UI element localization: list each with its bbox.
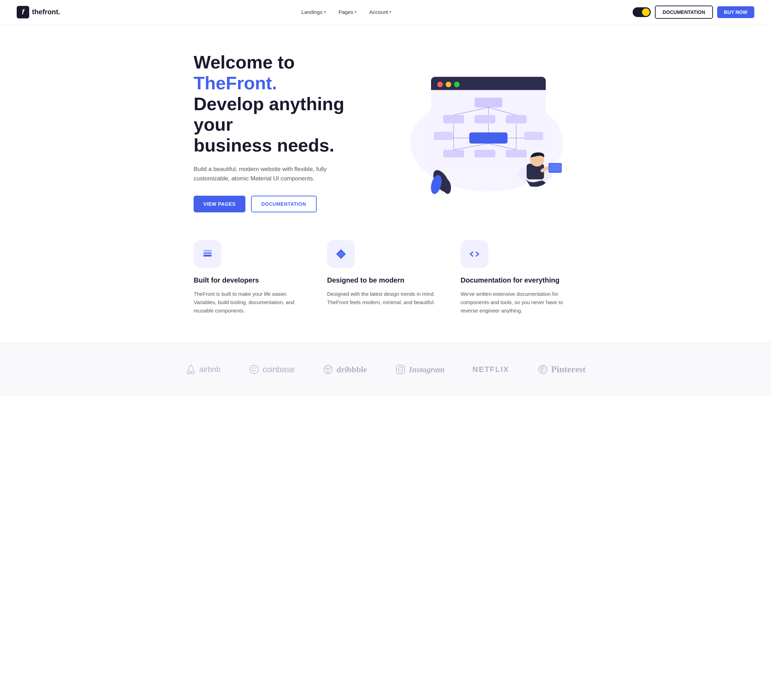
layers-icon [201,248,214,260]
nav-link-account[interactable]: Account ▾ [364,6,396,18]
svg-rect-39 [203,252,212,254]
dribbble-logo-text: dribbble [337,365,367,374]
feature-icon-wrap-developers [194,240,221,268]
pinterest-logo-text: Pinterest [551,364,586,375]
svg-rect-45 [396,365,405,374]
logo-text: thefront. [32,8,60,16]
svg-point-4 [437,82,443,87]
netflix-logo-text: NETFLIX [472,365,509,374]
svg-rect-9 [475,97,502,107]
hero-documentation-button[interactable]: DOCUMENTATION [251,196,317,212]
logo-netflix: NETFLIX [472,365,509,374]
airbnb-logo-icon [185,364,197,375]
logo-coinbase: coinbase [249,364,294,375]
code-icon [468,248,481,260]
logos-section: airbnb coinbase dribbble I [0,343,771,396]
dribbble-logo-icon [322,364,334,375]
hero-title: Welcome to TheFront. Develop anything yo… [194,52,375,156]
logo-icon: f [17,6,29,18]
logo-pinterest: Pinterest [537,364,586,375]
svg-rect-11 [475,115,495,123]
svg-point-46 [399,367,403,372]
feature-title-docs: Documentation for everything [460,276,577,284]
svg-rect-40 [203,250,212,252]
feature-desc-developers: TheFront is built to make your life easi… [194,290,311,315]
pinterest-logo-icon [537,364,548,375]
nav-link-pages[interactable]: Pages ▾ [334,6,362,18]
svg-point-43 [250,365,258,374]
svg-rect-15 [475,150,495,158]
buy-now-button[interactable]: BUY NOW [717,6,754,18]
view-pages-button[interactable]: VIEW PAGES [194,196,246,212]
theme-toggle[interactable]: 🌙 [633,7,651,17]
svg-rect-37 [549,164,561,171]
hero-buttons: VIEW PAGES DOCUMENTATION [194,196,375,212]
feature-title-modern: Designed to be modern [327,276,444,284]
features-section: Built for developers TheFront is built t… [177,240,594,315]
instagram-logo-icon [395,364,406,375]
coinbase-logo-icon [249,364,260,375]
feature-card-developers: Built for developers TheFront is built t… [194,240,311,315]
logos-container: airbnb coinbase dribbble I [177,364,594,375]
feature-card-modern: Designed to be modern Designed with the … [327,240,444,315]
hero-section: Welcome to TheFront. Develop anything yo… [177,24,594,233]
hero-subtitle: Build a beautiful, modern website with f… [194,164,346,183]
chevron-down-icon: ▾ [324,10,326,14]
nav-link-landings[interactable]: Landings ▾ [296,6,331,18]
logo-instagram: Instagram [395,364,445,375]
logo-link[interactable]: f thefront. [17,6,60,18]
svg-rect-14 [443,150,464,158]
airbnb-logo-text: airbnb [199,365,220,374]
feature-title-developers: Built for developers [194,276,311,284]
instagram-logo-text: Instagram [409,365,445,374]
logo-airbnb: airbnb [185,364,220,375]
navbar: f thefront. Landings ▾ Pages ▾ Account ▾… [0,0,771,24]
svg-point-6 [454,82,460,87]
svg-rect-13 [469,132,507,143]
feature-icon-wrap-docs [460,240,488,268]
theme-toggle-thumb: 🌙 [642,8,650,16]
hero-content: Welcome to TheFront. Develop anything yo… [194,52,375,212]
svg-rect-10 [443,115,464,123]
feature-icon-wrap-modern [327,240,355,268]
svg-rect-18 [524,132,543,140]
chevron-down-icon: ▾ [389,10,391,14]
svg-point-44 [324,365,332,374]
hero-title-accent: TheFront. [194,73,277,93]
coinbase-logo-text: coinbase [262,365,294,374]
diamond-icon [335,248,347,260]
chevron-down-icon: ▾ [355,10,357,14]
hero-title-post: Develop anything yourbusiness needs. [194,94,344,156]
svg-rect-17 [434,132,453,140]
svg-rect-38 [203,255,212,257]
feature-desc-docs: We've written extensive documentation fo… [460,290,577,315]
hero-illustration-wrap [403,67,570,198]
svg-point-47 [403,367,403,368]
hero-title-pre: Welcome to [194,52,295,72]
svg-rect-12 [506,115,527,123]
documentation-button[interactable]: DOCUMENTATION [655,6,712,19]
logo-dribbble: dribbble [322,364,367,375]
nav-actions: 🌙 DOCUMENTATION BUY NOW [633,6,754,19]
feature-desc-modern: Designed with the latest design trends i… [327,290,444,307]
feature-card-docs: Documentation for everything We've writt… [460,240,577,315]
hero-illustration [396,67,577,198]
svg-rect-16 [506,150,527,158]
nav-links: Landings ▾ Pages ▾ Account ▾ [296,6,397,18]
svg-point-5 [446,82,451,87]
